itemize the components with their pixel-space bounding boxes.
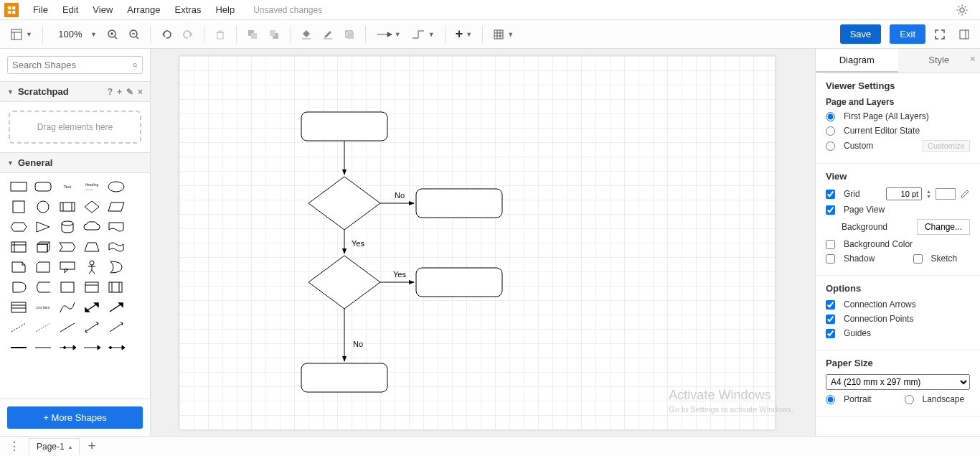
shape-circle[interactable] — [33, 199, 53, 215]
node-decision-1[interactable] — [308, 177, 380, 230]
node-bottom[interactable] — [301, 363, 387, 392]
shape-or[interactable] — [106, 259, 126, 275]
menu-file[interactable]: File — [26, 1, 55, 18]
tab-diagram[interactable]: Diagram — [816, 49, 898, 73]
grid-color-swatch[interactable] — [936, 188, 956, 200]
shape-textbox[interactable]: Heading____ — [82, 179, 102, 195]
shape-list[interactable] — [9, 299, 29, 315]
shape-roundrect[interactable] — [33, 179, 53, 195]
shape-container[interactable] — [57, 279, 77, 295]
shape-parallelogram[interactable] — [106, 199, 126, 215]
exit-button[interactable]: Exit — [890, 24, 925, 44]
radio-first-page[interactable] — [826, 112, 835, 121]
undo-icon[interactable] — [156, 24, 176, 45]
paper-size-select[interactable]: A4 (210 mm x 297 mm) — [826, 374, 970, 390]
shape-link-solid[interactable] — [9, 340, 29, 355]
node-right-2[interactable] — [416, 268, 502, 297]
menu-help[interactable]: Help — [208, 1, 242, 18]
shape-cylinder[interactable] — [57, 219, 77, 235]
grid-color-edit-icon[interactable] — [960, 189, 970, 199]
radio-landscape[interactable] — [905, 395, 914, 404]
shape-note[interactable] — [9, 259, 29, 275]
pages-menu-icon[interactable]: ⋮ — [4, 439, 24, 453]
redo-icon[interactable] — [178, 24, 198, 45]
shape-internal-storage[interactable] — [9, 239, 29, 255]
fill-color-icon[interactable] — [296, 24, 316, 45]
shape-bidir-thin[interactable] — [82, 320, 102, 335]
shape-dashed-line[interactable] — [9, 320, 29, 335]
shape-and[interactable] — [9, 279, 29, 295]
shape-process[interactable] — [57, 199, 77, 215]
shape-square[interactable] — [9, 199, 29, 215]
shape-link-thin[interactable] — [33, 340, 53, 355]
line-color-icon[interactable] — [318, 24, 338, 45]
insert-dropdown[interactable]: +▼ — [451, 24, 476, 45]
check-sketch[interactable] — [913, 254, 923, 264]
zoom-out-icon[interactable] — [124, 24, 144, 45]
shape-callout[interactable] — [57, 259, 77, 275]
shape-double-rect[interactable] — [106, 279, 126, 295]
grid-size-input[interactable] — [886, 187, 922, 200]
delete-icon[interactable] — [210, 24, 230, 45]
radio-custom[interactable] — [826, 141, 835, 151]
shape-dir-thin[interactable] — [106, 320, 126, 335]
format-panel-icon[interactable] — [954, 24, 974, 45]
fullscreen-icon[interactable] — [930, 24, 950, 45]
shape-frame[interactable] — [82, 279, 102, 295]
menu-arrange[interactable]: Arrange — [120, 1, 167, 18]
shape-ellipse[interactable] — [106, 179, 126, 195]
zoom-in-icon[interactable] — [103, 24, 123, 45]
scratchpad-close-icon[interactable]: × — [138, 87, 143, 97]
table-dropdown[interactable]: ▼ — [489, 24, 518, 45]
node-right-1[interactable] — [416, 189, 502, 218]
shape-dotted-line[interactable] — [33, 320, 53, 335]
shape-tape[interactable] — [106, 239, 126, 255]
connection-dropdown[interactable]: ▼ — [372, 24, 405, 45]
check-grid[interactable] — [826, 190, 835, 199]
shadow-toggle-icon[interactable] — [339, 24, 359, 45]
app-logo[interactable] — [4, 3, 19, 17]
shape-link-arrow3[interactable] — [106, 340, 126, 355]
scratchpad-drop-area[interactable]: Drag elements here — [9, 111, 141, 144]
to-back-icon[interactable] — [264, 24, 284, 45]
node-start[interactable] — [301, 112, 387, 141]
shape-curve[interactable] — [57, 299, 77, 315]
check-shadow[interactable] — [826, 254, 835, 264]
view-dropdown[interactable]: ▼ — [6, 24, 37, 45]
shape-diamond[interactable] — [82, 199, 102, 215]
radio-current-editor[interactable] — [826, 126, 835, 136]
zoom-dropdown[interactable]: 100% ▼ — [49, 24, 101, 45]
shape-triangle[interactable] — [33, 219, 53, 235]
shape-link-arrow1[interactable] — [57, 340, 77, 355]
shape-step[interactable] — [57, 239, 77, 255]
general-header[interactable]: ▼ General — [0, 152, 150, 173]
canvas[interactable]: No Yes Yes No Act — [151, 49, 815, 436]
menu-view[interactable]: View — [85, 1, 120, 18]
scratchpad-edit-icon[interactable]: ✎ — [126, 87, 133, 97]
panel-close-icon[interactable]: × — [970, 53, 976, 65]
add-page-button[interactable]: + — [84, 439, 100, 454]
shape-link-arrow2[interactable] — [82, 340, 102, 355]
shape-cloud[interactable] — [82, 219, 102, 235]
page-tab-1[interactable]: Page-1 ▴ — [29, 438, 80, 455]
shape-cube[interactable] — [33, 239, 53, 255]
save-button[interactable]: Save — [840, 24, 882, 44]
shape-card[interactable] — [33, 259, 53, 275]
shape-arrow[interactable] — [106, 299, 126, 315]
grid-size-up[interactable]: ▲ — [926, 189, 931, 194]
menu-extras[interactable]: Extras — [168, 1, 209, 18]
change-background-button[interactable]: Change... — [917, 219, 970, 235]
to-front-icon[interactable] — [242, 24, 263, 45]
search-shapes-input[interactable] — [7, 56, 143, 74]
shape-hexagon[interactable] — [9, 219, 29, 235]
check-page-view[interactable] — [826, 205, 835, 215]
page-surface[interactable]: No Yes Yes No — [179, 56, 775, 429]
waypoint-dropdown[interactable]: ▼ — [407, 24, 439, 45]
shape-trapezoid[interactable] — [82, 239, 102, 255]
shape-rect[interactable] — [9, 179, 29, 195]
menu-edit[interactable]: Edit — [55, 1, 85, 18]
shape-list-item[interactable]: List Item — [33, 299, 53, 315]
grid-size-down[interactable]: ▼ — [926, 194, 931, 199]
scratchpad-add-icon[interactable]: + — [117, 87, 122, 97]
check-guides[interactable] — [826, 329, 835, 338]
